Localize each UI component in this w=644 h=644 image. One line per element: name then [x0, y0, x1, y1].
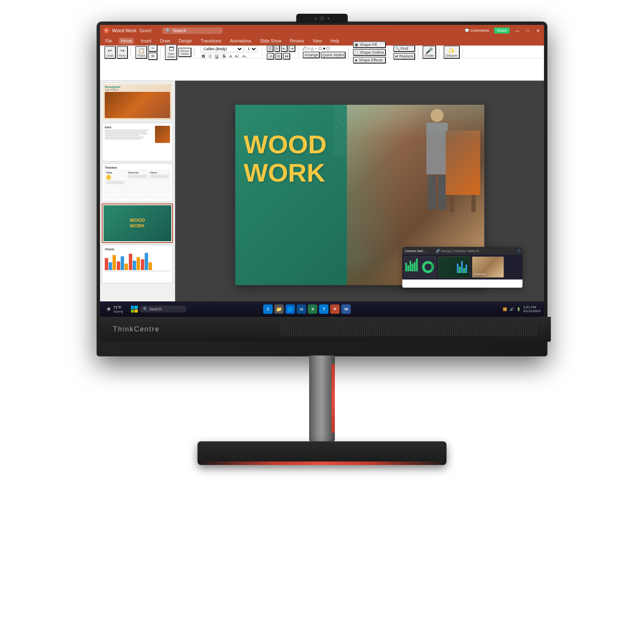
chair-leg-right — [471, 195, 476, 212]
numbered-list-btn[interactable]: ≡ — [274, 45, 280, 52]
today-lines — [106, 181, 125, 184]
slide-3-preview: Timeline Today — [103, 164, 172, 200]
mini-slide-arch: architecture — [472, 256, 504, 278]
today-header: Today — [106, 171, 125, 174]
menu-design[interactable]: Design — [177, 38, 194, 44]
taskbar-excel-btn[interactable]: X — [308, 304, 317, 314]
reuse-slides-btn[interactable]: ReuseSlides — [178, 48, 191, 57]
taskbar-browser-btn[interactable]: 🌐 — [286, 304, 295, 314]
taskbar-search-icon: 🔍 — [143, 307, 148, 311]
find-btn[interactable]: 🔍 Find — [393, 45, 416, 52]
shape-effects-btn[interactable]: ◈ Shape Effects — [353, 57, 386, 64]
font-controls: Calibri (Body) 11 B I U — [199, 45, 259, 60]
indent-increase-btn[interactable]: ⇥ — [289, 45, 295, 52]
underline-btn[interactable]: U — [214, 53, 220, 59]
menu-home[interactable]: Home — [119, 38, 134, 44]
redo-btn[interactable]: ↪ Redo — [117, 46, 128, 59]
editing-canvas[interactable]: WOOD WORK — [175, 81, 544, 309]
slide-4-content: WOODWORK — [103, 205, 171, 241]
menu-review[interactable]: Review — [288, 38, 306, 44]
designer-btn[interactable]: ✨ Designer — [444, 46, 460, 59]
slide-panel[interactable]: 1 Woodgrain Jack Purton 2 — [100, 81, 175, 309]
shape-fill-btn[interactable]: ▣ Shape Fill — [353, 41, 386, 48]
minimize-btn[interactable]: — — [515, 28, 520, 33]
replace-btn[interactable]: ⇌ Replace — [393, 53, 416, 60]
align-text-btn[interactable]: ⊟ — [275, 53, 282, 60]
ribbon-quick-access: ↩ Undo ↪ Redo 📋 Paste — [102, 46, 542, 58]
menu-file[interactable]: File — [103, 38, 114, 44]
smartart-btn[interactable]: ⋈ — [283, 53, 290, 60]
shape-3[interactable]: ○ — [308, 46, 310, 51]
font-size-decrease[interactable]: A↓ — [242, 54, 248, 58]
slide-main-text[interactable]: WOOD WORK — [244, 131, 327, 187]
shape-7[interactable]: ★ — [322, 46, 326, 51]
copy-btn[interactable]: ⧉ — [148, 52, 158, 60]
slide-1-author: Jack Purton — [105, 88, 170, 91]
share-btn[interactable]: Share — [494, 27, 510, 33]
menu-animations[interactable]: Animations — [228, 38, 253, 44]
menu-help[interactable]: Help — [329, 38, 341, 44]
bullet-list-btn[interactable]: ☰ — [267, 45, 273, 52]
floating-window-1[interactable]: Contoso Sale... 🔗 Group | Contoso Sales … — [402, 247, 522, 288]
strikethrough-btn[interactable]: S̶ — [221, 53, 227, 59]
fw-title-text-1: Contoso Sale... — [405, 249, 425, 252]
dictate-btn[interactable]: 🎤 Dictate — [422, 46, 436, 59]
shape-5[interactable]: → — [314, 46, 318, 51]
new-slide-label: NewSlides — [167, 52, 175, 58]
slide-2-content: Intro — [103, 124, 172, 160]
italic-btn[interactable]: I — [208, 53, 213, 59]
ribbon-group-editing: 🔍 Find ⇌ Replace — [391, 47, 419, 57]
shape-4[interactable]: △ — [311, 46, 314, 51]
start-button[interactable] — [131, 306, 138, 313]
quick-styles-btn[interactable]: Quick Styles — [321, 52, 346, 58]
bold-btn[interactable]: B — [200, 53, 207, 59]
d-bar-4 — [463, 268, 465, 273]
text-direction-btn[interactable]: ↕A — [267, 53, 275, 60]
taskbar-folder-btn[interactable]: 📁 — [274, 304, 284, 314]
shape-8[interactable]: ⬡ — [326, 46, 330, 51]
undo-btn[interactable]: ↩ Undo — [104, 46, 116, 59]
taskbar-search[interactable]: 🔍 Search — [140, 306, 187, 313]
contoso-icon: C — [267, 307, 270, 311]
shape-6[interactable]: ⬠ — [319, 46, 322, 51]
slide-thumb-4[interactable]: 4 WOODWORK — [102, 204, 173, 243]
taskbar-ppt-btn[interactable]: P — [330, 304, 340, 314]
title-search-box[interactable]: 🔍 Search — [162, 27, 222, 34]
menu-insert[interactable]: Insert — [139, 38, 153, 44]
app-icon: P — [103, 27, 109, 33]
webcam-bar — [296, 14, 348, 23]
slide-thumb-5[interactable]: 5 Charts — [102, 245, 173, 283]
new-slide-btn[interactable]: 🗖 NewSlides — [165, 44, 177, 60]
indent-decrease-btn[interactable]: ⇤ — [281, 45, 288, 52]
arrange-btn[interactable]: Arrange — [303, 52, 320, 58]
chart-group-1 — [105, 255, 116, 270]
slide-thumb-1[interactable]: 1 Woodgrain Jack Purton — [102, 82, 173, 121]
font-size-select[interactable]: 11 — [245, 46, 258, 52]
taskbar-contoso-btn[interactable]: C — [263, 304, 273, 314]
start-sq-1 — [131, 306, 134, 309]
close-btn[interactable]: ✕ — [535, 28, 541, 33]
bar-6 — [125, 264, 128, 270]
comments-btn[interactable]: 💬 Comments — [465, 28, 489, 33]
font-family-select[interactable]: Calibri (Body) — [200, 46, 243, 52]
shape-2[interactable]: □ — [305, 46, 307, 51]
taskbar-mail-btn[interactable]: ✉ — [297, 304, 306, 314]
menu-view[interactable]: View — [311, 38, 324, 44]
excel-icon: X — [311, 307, 314, 311]
slide-thumb-2[interactable]: 2 Intro — [102, 123, 173, 161]
bar-1 — [105, 258, 108, 270]
taskbar-teams-btn[interactable]: T — [319, 304, 328, 314]
paste-btn[interactable]: 📋 Paste — [135, 46, 147, 59]
menu-transitions[interactable]: Transitions — [199, 38, 223, 44]
menu-slideshow[interactable]: Slide Show — [258, 38, 283, 44]
maximize-btn[interactable]: □ — [525, 28, 530, 33]
cut-btn[interactable]: ✂ — [148, 45, 158, 52]
font-size-increase[interactable]: A↑ — [234, 54, 240, 58]
menu-draw[interactable]: Draw — [158, 38, 172, 44]
shape-outline-btn[interactable]: ⬚ Shape Outline — [353, 49, 386, 56]
start-sq-2 — [134, 306, 138, 309]
slide-thumb-3[interactable]: 3 Timeline Today — [102, 163, 173, 202]
shape-1[interactable]: ╱ — [303, 46, 305, 51]
wood-line2: WORK — [244, 159, 327, 187]
taskbar-word-btn[interactable]: W — [341, 304, 351, 314]
